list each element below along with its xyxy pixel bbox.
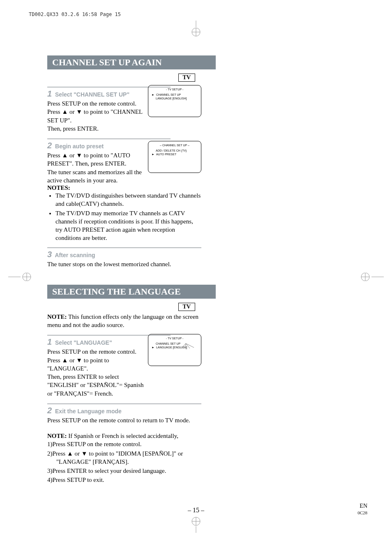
step-number: 2 (47, 141, 52, 150)
note-label: NOTE: (47, 313, 67, 320)
step2-body: Press SETUP on the remote control to ret… (47, 416, 199, 424)
step-label: Exit the Language mode (55, 408, 122, 415)
tv-badge: TV (178, 74, 195, 82)
pointer-icon: ► (152, 153, 154, 156)
svg-line-19 (186, 343, 194, 348)
pointer-icon: ► (152, 93, 154, 96)
step-label: After scanning (55, 252, 95, 258)
note-item: The TV/DVD may memorize TV channels as C… (55, 209, 201, 242)
section1-step1: - TV SETUP - ►CHANNEL SET UP LANGUAGE [E… (47, 87, 216, 133)
osd-tvsetup-box2: - TV SETUP - CHANNEL SET UP ► LANGUAGE [… (148, 334, 201, 366)
step-number: 1 (47, 89, 52, 98)
osd-title: – CHANNEL SET UP – (152, 144, 198, 147)
step-label: Select "CHANNEL SET UP" (55, 91, 129, 98)
list-item: 1)Press SETUP on the remote control. (47, 440, 216, 448)
step-number: 3 (47, 250, 52, 259)
page-number: – 15 – (188, 507, 204, 514)
step-number: 2 (47, 406, 52, 415)
file-header: TD002.QX33 03.2.6 16:58 Page 15 (29, 12, 121, 17)
osd-line: ADD / DELETE CH (TV) (156, 149, 187, 152)
pointer-icon: ► (152, 346, 154, 349)
note-item: The TV/DVD distinguishes between standar… (55, 191, 201, 208)
note-text: This function effects only the language … (47, 313, 198, 328)
osd-title: - TV SETUP - (152, 88, 198, 91)
section1-step3: 3 After scanning The tuner stops on the … (47, 247, 216, 268)
section1-step2: – CHANNEL SET UP – ADD / DELETE CH (TV) … (47, 138, 216, 242)
note-text: If Spanish or French is selected acciden… (67, 433, 178, 439)
osd-channel-setup-box: – CHANNEL SET UP – ADD / DELETE CH (TV) … (148, 141, 201, 173)
step2-title: 2 Exit the Language mode (47, 406, 216, 415)
step1-body: Press SETUP on the remote control. Press… (47, 99, 148, 133)
tv-badge: TV (178, 303, 195, 311)
svg-line-16 (182, 343, 186, 348)
registration-mark-top (188, 21, 204, 39)
osd-title: - TV SETUP - (152, 337, 198, 340)
page-code-en: EN (360, 503, 367, 509)
list-item: 3)Press ENTER to select your desired lan… (47, 467, 216, 475)
registration-mark-right (359, 273, 384, 283)
step-number: 1 (47, 337, 52, 346)
note-label: NOTE: (47, 433, 67, 439)
notes-list: The TV/DVD distinguishes between standar… (55, 191, 216, 242)
step-label: Select "LANGUAGE" (55, 339, 112, 346)
section1-title: CHANNEL SET UP AGAIN (47, 55, 216, 69)
osd-tvsetup-box: - TV SETUP - ►CHANNEL SET UP LANGUAGE [E… (148, 85, 201, 117)
section2-title: SELECTING THE LANGUAGE (47, 285, 216, 299)
page-code: EN 0C28 (357, 503, 367, 516)
osd-line: AUTO PRESET (156, 153, 176, 156)
post-note-list: 1)Press SETUP on the remote control. 2)P… (47, 440, 216, 484)
section2-step1: - TV SETUP - CHANNEL SET UP ► LANGUAGE [… (47, 335, 216, 398)
registration-mark-bottom (188, 516, 204, 534)
svg-line-18 (186, 343, 190, 348)
list-item: 2)Press ▲ or ▼ to point to "IDIOMA [ESPA… (47, 449, 195, 466)
osd-line: CHANNEL SET UP (156, 93, 181, 96)
list-item: 4)Press SETUP to exit. (47, 476, 216, 484)
section2-prenote: NOTE: This function effects only the lan… (47, 313, 199, 329)
step3-body: The tuner stops on the lowest memorized … (47, 260, 216, 268)
section2-step2: 2 Exit the Language mode Press SETUP on … (47, 403, 216, 424)
page-code-num: 0C28 (357, 510, 367, 515)
osd-line: LANGUAGE [ENGLISH] (156, 97, 187, 100)
step3-title: 3 After scanning (47, 250, 216, 259)
osd-line: LANGUAGE [ENGLISH] (156, 346, 187, 349)
registration-mark-left (8, 273, 33, 283)
page-content: CHANNEL SET UP AGAIN TV - TV SETUP - ►CH… (47, 55, 216, 485)
section2-postnote: NOTE: If Spanish or French is selected a… (47, 432, 203, 440)
step1-body: Press SETUP on the remote control. Press… (47, 348, 148, 398)
step2-body: Press ▲ or ▼ to point to "AUTO PRESET". … (47, 151, 144, 184)
step-label: Begin auto preset (55, 143, 104, 150)
notes-title: NOTES: (47, 184, 216, 191)
